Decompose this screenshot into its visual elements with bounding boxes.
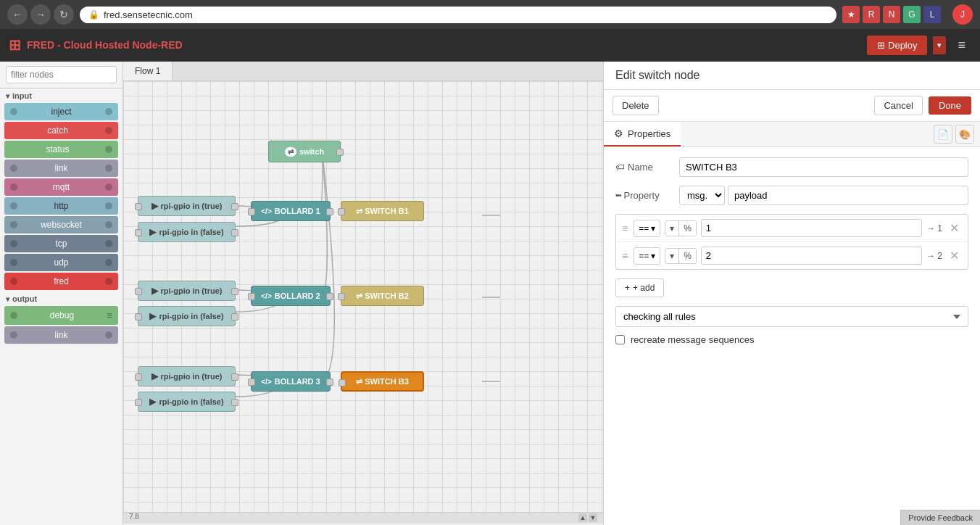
forward-button[interactable]: → — [30, 4, 51, 25]
deploy-button[interactable]: ⊞ Deploy — [867, 36, 927, 55]
name-input[interactable] — [679, 157, 968, 177]
node-link-out[interactable]: link — [4, 326, 118, 344]
sidebar-nodes: input inject catch status link mqt — [0, 88, 122, 525]
app-logo: ⊞ FRED - Cloud Hosted Node-RED — [9, 36, 183, 54]
node-websocket-label: websocket — [17, 220, 105, 230]
checking-dropdown[interactable]: checking all rules stopping after first … — [615, 306, 968, 327]
flow-canvas[interactable]: ⇌ switch ▶ rpi-gpio in (true) ▶ rpi-gpio… — [123, 81, 603, 524]
rpi-icon: ▶ — [149, 227, 156, 237]
cancel-button[interactable]: Cancel — [874, 96, 922, 115]
port-left — [10, 221, 17, 228]
rule-delete-2[interactable]: ✕ — [947, 249, 962, 262]
provide-feedback-button[interactable]: Provide Feedback — [900, 510, 980, 525]
node-websocket[interactable]: websocket — [4, 216, 118, 233]
rule-row-2: ≡ == ▾ ▾ % → 2 ✕ — [616, 242, 968, 269]
appearance-button[interactable]: 🎨 — [955, 125, 974, 144]
add-rule-button[interactable]: + + add — [615, 278, 664, 297]
category-output[interactable]: output — [0, 292, 122, 305]
node-udp[interactable]: udp — [4, 254, 118, 271]
tab-flow1[interactable]: Flow 1 — [123, 62, 173, 80]
rpi-true-3[interactable]: ▶ rpi-gpio in (true) — [138, 366, 236, 386]
rule-delete-1[interactable]: ✕ — [947, 221, 962, 235]
drag-handle-2[interactable]: ≡ — [622, 250, 628, 262]
node-catch[interactable]: catch — [4, 122, 118, 139]
recreate-sequences-checkbox[interactable] — [615, 335, 625, 344]
node-mqtt[interactable]: mqtt — [4, 178, 118, 196]
switch-b3[interactable]: ⇌ SWITCH B3 — [341, 371, 424, 392]
profile-button[interactable]: J — [952, 4, 973, 25]
rpi-false-3[interactable]: ▶ rpi-gpio in (false) — [138, 392, 236, 412]
done-button[interactable]: Done — [929, 96, 971, 115]
node-status[interactable]: status — [4, 141, 118, 158]
property-input[interactable] — [728, 186, 968, 205]
rpi-true-1[interactable]: ▶ rpi-gpio in (true) — [138, 196, 236, 216]
ext-icon-4[interactable]: G — [903, 6, 921, 23]
delete-button[interactable]: Delete — [612, 96, 659, 115]
rule-arrow-1: → 1 — [926, 223, 942, 233]
node-debug[interactable]: debug ≡ — [4, 306, 118, 325]
rpi-true-2[interactable]: ▶ rpi-gpio in (true) — [138, 281, 236, 301]
rule-value-1[interactable] — [701, 219, 922, 237]
refresh-button[interactable]: ↻ — [54, 4, 74, 25]
rule-op-1[interactable]: == ▾ — [634, 220, 660, 237]
browser-actions: J — [952, 4, 973, 25]
property-form-row: ••• Property msg. — [615, 186, 968, 205]
port-left — [339, 379, 346, 386]
port-left — [248, 379, 255, 386]
rule-value-2[interactable] — [701, 247, 922, 265]
port-left — [248, 293, 255, 300]
port-right — [326, 379, 333, 386]
ext-icon-2[interactable]: R — [863, 6, 880, 23]
rpi-false-1[interactable]: ▶ rpi-gpio in (false) — [138, 222, 236, 242]
property-type-dropdown[interactable]: msg. — [679, 186, 725, 205]
switch-toggle-icon: ⇌ — [285, 147, 296, 157]
node-link-in[interactable]: link — [4, 160, 118, 177]
address-bar[interactable]: 🔒 fred.sensetecnic.com — [80, 7, 836, 23]
rule-type-percent-1[interactable]: % — [679, 221, 696, 236]
port-left — [248, 208, 255, 215]
port-right — [105, 165, 112, 172]
hamburger-button[interactable]: ≡ — [952, 35, 971, 56]
rule-type-percent-2[interactable]: % — [679, 249, 696, 263]
deploy-dropdown-button[interactable]: ▾ — [933, 36, 946, 54]
node-fred[interactable]: fred — [4, 273, 118, 290]
switch-b1[interactable]: ⇌ SWITCH B1 — [341, 201, 424, 221]
rule-op-2[interactable]: == ▾ — [634, 247, 660, 265]
description-button[interactable]: 📄 — [934, 125, 952, 144]
bollard2[interactable]: </> BOLLARD 2 — [251, 286, 331, 306]
port-right — [105, 240, 112, 247]
ext-icon-3[interactable]: N — [883, 6, 900, 23]
port-right — [105, 259, 112, 266]
rpi-false-2[interactable]: ▶ rpi-gpio in (false) — [138, 306, 236, 326]
port-left — [10, 183, 17, 191]
name-icon: 🏷 — [615, 162, 625, 173]
zoom-down-button[interactable]: ▼ — [589, 513, 597, 522]
switch-b2[interactable]: ⇌ SWITCH B2 — [341, 286, 424, 306]
bollard1[interactable]: </> BOLLARD 1 — [251, 201, 331, 221]
rule-type-dropdown-2[interactable]: ▾ — [665, 249, 679, 263]
bollard2-label: BOLLARD 2 — [275, 292, 320, 300]
node-tcp[interactable]: tcp — [4, 235, 118, 252]
rules-container: ≡ == ▾ ▾ % → 1 ✕ ≡ — [615, 214, 968, 270]
rpi-false-1-label: rpi-gpio in (false) — [159, 228, 223, 236]
zoom-up-button[interactable]: ▲ — [578, 513, 587, 522]
deploy-label: Deploy — [888, 40, 917, 51]
rule-type-dropdown-1[interactable]: ▾ — [665, 221, 679, 236]
ext-icon-5[interactable]: L — [923, 6, 941, 23]
switch-node[interactable]: ⇌ switch — [268, 141, 341, 162]
bollard3[interactable]: </> BOLLARD 3 — [251, 371, 331, 392]
drag-handle-1[interactable]: ≡ — [622, 223, 628, 234]
category-input[interactable]: input — [0, 88, 122, 102]
node-http[interactable]: http — [4, 197, 118, 215]
node-inject[interactable]: inject — [4, 103, 118, 120]
back-button[interactable]: ← — [7, 4, 28, 25]
edit-tab-icon-buttons: 📄 🎨 — [934, 125, 980, 144]
rpi-false-3-label: rpi-gpio in (false) — [159, 397, 223, 406]
port-right — [105, 146, 112, 153]
rule-arrow-2: → 2 — [926, 251, 942, 261]
tab-properties[interactable]: ⚙ Properties — [604, 122, 681, 146]
canvas-scrollbar[interactable]: 7.8 ▲ ▼ — [123, 512, 603, 524]
filter-nodes-input[interactable] — [6, 66, 117, 83]
node-mqtt-label: mqtt — [17, 182, 105, 192]
ext-icon-1[interactable]: ★ — [842, 6, 860, 23]
